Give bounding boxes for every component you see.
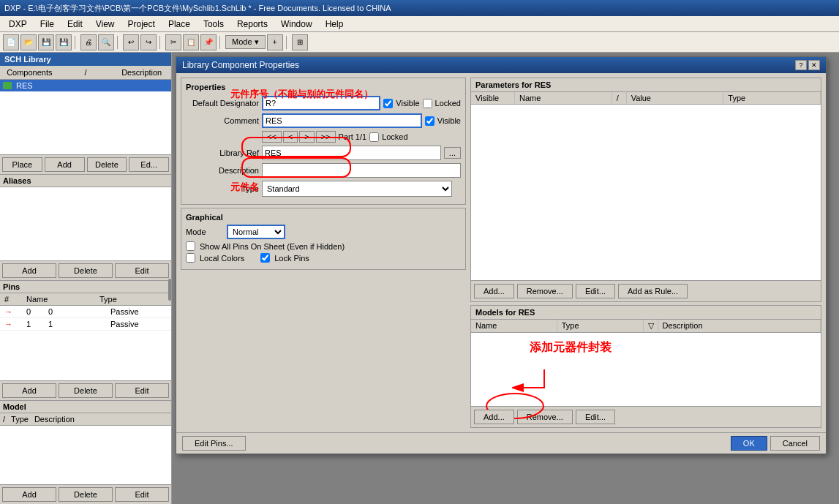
mode-select[interactable]: Normal (227, 225, 285, 239)
menu-help[interactable]: Help (320, 18, 350, 31)
dialog-footer-right: OK Cancel (731, 436, 820, 451)
edit-model-button[interactable]: Edit (115, 487, 169, 502)
library-ref-input[interactable] (262, 146, 441, 160)
toolbar-zoom[interactable]: 🔍 (98, 34, 114, 50)
nav-last-button[interactable]: >> (316, 131, 336, 143)
designator-locked-label: Locked (435, 99, 461, 108)
models-remove-button[interactable]: Remove... (517, 410, 573, 424)
delete-alias-button[interactable]: Delete (59, 263, 113, 278)
models-add-button[interactable]: Add... (474, 410, 514, 424)
delete-pin-button[interactable]: Delete (59, 383, 113, 398)
toolbar-grid[interactable]: ⊞ (292, 34, 308, 50)
menu-place[interactable]: Place (162, 18, 196, 31)
params-slash-header: / (612, 92, 627, 104)
cancel-button[interactable]: Cancel (770, 436, 820, 451)
components-list: RES (0, 80, 171, 154)
pin-type-header: Type (97, 294, 170, 304)
toolbar-save[interactable]: 💾 (38, 34, 54, 50)
place-button[interactable]: Place (2, 157, 42, 172)
nav-next-button[interactable]: > (299, 131, 314, 143)
description-label: Description (186, 166, 259, 175)
add-component-button[interactable]: Add (45, 157, 85, 172)
designator-visible-label: Visible (396, 99, 419, 108)
nav-prev-button[interactable]: < (283, 131, 298, 143)
params-body (471, 105, 821, 280)
left-panel-header: Components / Description (0, 66, 171, 80)
toolbar-new[interactable]: 📄 (3, 34, 19, 50)
dialog-title-bar: Library Component Properties ? ✕ (176, 57, 826, 73)
pin-name-1: 1 (45, 319, 108, 329)
component-res[interactable]: RES (0, 80, 171, 91)
type-row: Type Standard (186, 181, 461, 197)
graphical-section: Graphical Mode Normal Show All Pins On S… (181, 208, 466, 270)
mode-button[interactable]: Mode ▾ (225, 35, 266, 49)
params-add-rule-button[interactable]: Add as Rule... (618, 284, 688, 298)
ok-button[interactable]: OK (731, 436, 767, 451)
library-ref-label: Library Ref (186, 148, 259, 157)
lock-pins-checkbox[interactable] (260, 253, 270, 263)
chip-icon (3, 82, 12, 89)
aliases-buttons: Add Delete Edit (0, 260, 171, 280)
model-type-header: Type (8, 413, 31, 425)
menu-project[interactable]: Project (122, 18, 161, 31)
sep4 (219, 36, 222, 49)
menu-tools[interactable]: Tools (197, 18, 230, 31)
designator-annotation: 元件序号（不能与别的元件同名） (230, 88, 373, 101)
menu-reports[interactable]: Reports (231, 18, 274, 31)
model-buttons: Add Delete Edit (0, 484, 171, 504)
edit-pin-button[interactable]: Edit (115, 383, 169, 398)
models-edit-button[interactable]: Edit... (576, 410, 615, 424)
toolbar-plus[interactable]: + (267, 34, 283, 50)
menu-view[interactable]: View (90, 18, 121, 31)
delete-component-button[interactable]: Delete (87, 157, 127, 172)
toolbar-print[interactable]: 🖨 (80, 34, 97, 50)
toolbar-undo[interactable]: ↩ (123, 34, 139, 50)
toolbar-redo[interactable]: ↪ (140, 34, 157, 50)
params-remove-button[interactable]: Remove... (517, 284, 573, 298)
toolbar-save-all[interactable]: 💾 (56, 34, 72, 50)
graphical-title: Graphical (186, 213, 461, 222)
slash-header: / (58, 67, 114, 78)
show-all-pins-checkbox[interactable] (186, 241, 195, 251)
comment-visible-checkbox[interactable] (425, 116, 434, 126)
toolbar-open[interactable]: 📂 (20, 34, 37, 50)
comment-input[interactable] (262, 113, 422, 128)
models-desc-header: Description (658, 320, 821, 332)
params-add-button[interactable]: Add... (474, 284, 514, 298)
toolbar-cut[interactable]: ✂ (165, 34, 181, 50)
edit-component-button[interactable]: Ed... (129, 157, 169, 172)
toolbar-copy[interactable]: 📋 (183, 34, 199, 50)
menu-edit[interactable]: Edit (61, 18, 89, 31)
add-pin-button[interactable]: Add (2, 383, 56, 398)
menu-bar: DXP File Edit View Project Place Tools R… (0, 16, 839, 32)
pin-type-1: Passive (108, 319, 170, 329)
delete-model-button[interactable]: Delete (59, 487, 113, 502)
edit-pins-button[interactable]: Edit Pins... (182, 436, 246, 451)
description-row: Description (186, 163, 461, 178)
params-edit-button[interactable]: Edit... (576, 284, 615, 298)
menu-dxp[interactable]: DXP (3, 18, 33, 31)
designator-visible-checkbox[interactable] (383, 99, 393, 108)
part-locked-checkbox[interactable] (369, 132, 379, 142)
type-select[interactable]: Standard (262, 181, 452, 197)
description-input[interactable] (262, 163, 461, 178)
dialog-close-button[interactable]: ✕ (808, 60, 820, 70)
dialog-body: Properties Default Designator Visible Lo… (176, 73, 826, 432)
models-header: Name Type ▽ Description (471, 320, 821, 333)
library-ref-btn[interactable]: ... (444, 147, 461, 159)
pin-num-0: 0 (23, 306, 45, 317)
dialog-title: Library Component Properties (182, 60, 299, 70)
local-colors-checkbox[interactable] (186, 253, 195, 263)
nav-first-button[interactable]: << (262, 131, 282, 143)
dialog-help-button[interactable]: ? (795, 60, 807, 70)
designator-locked-checkbox[interactable] (423, 99, 432, 108)
title-bar: DXP - E:\电子创客学习文件\PCB\第一个PCB文件\MySchlib1… (0, 0, 839, 16)
toolbar-paste[interactable]: 📌 (200, 34, 217, 50)
menu-file[interactable]: File (34, 18, 60, 31)
add-model-button[interactable]: Add (2, 487, 56, 502)
description-header: Description (113, 67, 170, 78)
menu-window[interactable]: Window (275, 18, 318, 31)
add-alias-button[interactable]: Add (2, 263, 56, 278)
edit-alias-button[interactable]: Edit (115, 263, 169, 278)
local-colors-label: Local Colors (200, 254, 244, 263)
